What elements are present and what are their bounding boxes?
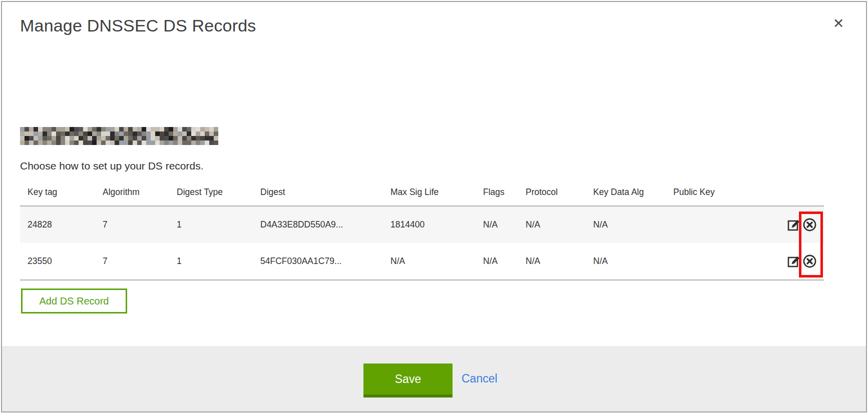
cell-key-data-alg: N/A: [586, 243, 666, 280]
cell-actions: [766, 206, 824, 243]
delete-x-circle-icon: [802, 226, 817, 234]
ds-records-table: Key tag Algorithm Digest Type Digest Max…: [20, 183, 824, 280]
col-digest-type: Digest Type: [169, 183, 253, 206]
col-max-sig-life: Max Sig Life: [383, 183, 476, 206]
cell-protocol: N/A: [518, 243, 586, 280]
col-actions: [766, 183, 824, 206]
delete-record-button[interactable]: [802, 218, 817, 232]
cell-digest: 54FCF030AA1C79...: [253, 243, 383, 280]
cell-public-key: [666, 206, 766, 243]
instruction-text: Choose how to set up your DS records.: [20, 160, 204, 172]
edit-record-button[interactable]: [787, 218, 800, 232]
delete-record-button[interactable]: [802, 254, 817, 268]
col-protocol: Protocol: [518, 183, 586, 206]
cancel-link[interactable]: Cancel: [462, 372, 498, 386]
redacted-domain: [20, 126, 218, 146]
cell-max-sig-life: N/A: [383, 243, 476, 280]
cell-algorithm: 7: [95, 206, 169, 243]
dialog-footer: Save Cancel: [2, 346, 866, 412]
col-digest: Digest: [253, 183, 383, 206]
cell-public-key: [666, 243, 766, 280]
edit-icon: [787, 226, 800, 233]
cell-digest-type: 1: [169, 243, 253, 280]
cell-key-tag: 24828: [20, 206, 95, 243]
cell-key-data-alg: N/A: [586, 206, 666, 243]
cell-algorithm: 7: [95, 243, 169, 280]
table-row: 23550 7 1 54FCF030AA1C79... N/A N/A N/A …: [20, 243, 824, 280]
dialog-title: Manage DNSSEC DS Records: [20, 16, 256, 36]
delete-x-circle-icon: [802, 262, 817, 270]
cell-actions: [766, 243, 824, 280]
col-flags: Flags: [476, 183, 518, 206]
cell-protocol: N/A: [518, 206, 586, 243]
edit-record-button[interactable]: [787, 254, 800, 268]
add-ds-record-button[interactable]: Add DS Record: [21, 288, 127, 314]
col-key-tag: Key tag: [20, 183, 95, 206]
cell-max-sig-life: 1814400: [383, 206, 476, 243]
close-button[interactable]: ✕: [829, 14, 848, 33]
page: { "dialog": { "title": "Manage DNSSEC DS…: [0, 0, 868, 415]
cell-flags: N/A: [476, 243, 518, 280]
table-header-row: Key tag Algorithm Digest Type Digest Max…: [20, 183, 824, 206]
cell-flags: N/A: [476, 206, 518, 243]
edit-icon: [787, 262, 800, 270]
redacted-domain-pixelation: [20, 126, 218, 146]
cell-digest: D4A33E8DD550A9...: [253, 206, 383, 243]
manage-dnssec-dialog: Manage DNSSEC DS Records ✕ Choose how to…: [1, 1, 867, 412]
col-key-data-alg: Key Data Alg: [586, 183, 666, 206]
col-public-key: Public Key: [666, 183, 766, 206]
close-icon: ✕: [833, 16, 844, 31]
save-button[interactable]: Save: [363, 364, 453, 398]
col-algorithm: Algorithm: [95, 183, 169, 206]
cell-digest-type: 1: [169, 206, 253, 243]
cell-key-tag: 23550: [20, 243, 95, 280]
table-row: 24828 7 1 D4A33E8DD550A9... 1814400 N/A …: [20, 206, 824, 243]
